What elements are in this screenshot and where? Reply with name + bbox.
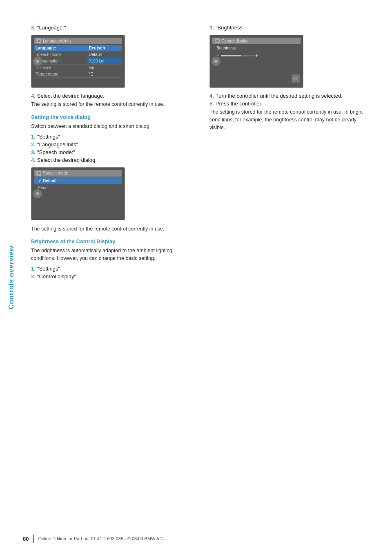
table-cell: Default bbox=[87, 51, 122, 58]
menu-item-label-default: Default bbox=[43, 179, 57, 183]
brightness-step2-num: 2. bbox=[31, 273, 36, 280]
speech-settings-icon: ⚙ bbox=[36, 171, 41, 176]
speech-mode-screenshot: ⚙ Speech mode ✓ Default Short bbox=[31, 167, 125, 220]
section-brightness-heading: Brightness of the Control Display bbox=[31, 238, 193, 244]
section-brightness-body: The brightness is automatically adapted … bbox=[31, 247, 193, 262]
voice-step2: 2. "Language/Units" bbox=[31, 141, 193, 148]
ui-titlebar-speech: ⚙ Speech mode bbox=[34, 170, 122, 177]
sidebar-label-text: Controls overview bbox=[7, 246, 16, 309]
voice-step2-text: "Language/Units" bbox=[37, 141, 78, 148]
main-content: 3. "Language:" ⚙ Language/Units Language… bbox=[23, 0, 392, 555]
brightness-step2: 2. "Control display" bbox=[31, 273, 193, 280]
brightness-step1: 1. "Settings" bbox=[31, 266, 193, 272]
table-row: Language: Deutsch bbox=[34, 45, 122, 51]
ui-title-control: Control display bbox=[221, 39, 248, 43]
table-cell: l/100 km bbox=[87, 58, 122, 65]
step3-num: 3. bbox=[31, 25, 36, 31]
table-cell: Distance: bbox=[34, 65, 87, 71]
ui-titlebar-language: ⚙ Language/Units bbox=[34, 38, 122, 44]
control-right-icon: OK bbox=[292, 74, 300, 83]
page-container: Controls overview 3. "Language:" ⚙ Langu… bbox=[0, 0, 392, 555]
right-step5-num: 5. bbox=[209, 101, 214, 107]
voice-step1: 1. "Settings" bbox=[31, 134, 193, 140]
brightness-step2-text: "Control display" bbox=[37, 273, 76, 280]
step4-text: Select the desired language. bbox=[37, 93, 105, 99]
brightness-step1-text: "Settings" bbox=[37, 266, 60, 272]
brightness-label: Brightness bbox=[216, 46, 236, 50]
right-step5-text: Press the controller. bbox=[216, 101, 263, 107]
brightness-step1-num: 1. bbox=[31, 266, 36, 272]
table-cell: Deutsch bbox=[87, 45, 122, 51]
section-voice-body: Switch between a standard dialog and a s… bbox=[31, 123, 193, 130]
brightness-bar: − + bbox=[216, 53, 258, 58]
right-body-text: The setting is stored for the remote con… bbox=[209, 108, 372, 131]
right-step3-text: "Brightness" bbox=[216, 25, 245, 31]
bar-fill bbox=[221, 55, 241, 56]
voice-step2-num: 2. bbox=[31, 141, 36, 148]
col-left: 3. "Language:" ⚙ Language/Units Language… bbox=[31, 25, 193, 281]
table-row: Temperature: °C bbox=[34, 71, 122, 78]
menu-item-short: Short bbox=[34, 184, 122, 191]
bar-track bbox=[221, 55, 254, 56]
right-step3-num: 3. bbox=[209, 25, 214, 31]
step3-text: "Language:" bbox=[37, 25, 66, 31]
right-step5: 5. Press the controller. bbox=[209, 101, 372, 107]
step4-line: 4. Select the desired language. bbox=[31, 93, 193, 99]
menu-item-default: ✓ Default bbox=[34, 177, 122, 184]
sidebar-label: Controls overview bbox=[0, 0, 23, 555]
ui-left-nav-language bbox=[33, 57, 42, 66]
ui-left-nav-speech bbox=[33, 189, 42, 198]
voice-step4-text: Select the desired dialog. bbox=[37, 157, 97, 163]
voice-step1-text: "Settings" bbox=[37, 134, 60, 140]
voice-step3-num: 3. bbox=[31, 149, 36, 155]
table-cell: Temperature: bbox=[34, 71, 87, 78]
language-table: Language: Deutsch Speech mode: Default C… bbox=[34, 45, 122, 78]
table-cell: km bbox=[87, 65, 122, 71]
table-row: Consumption: l/100 km bbox=[34, 58, 122, 65]
right-step4-num: 4. bbox=[209, 93, 214, 99]
brightness-control: Brightness − + bbox=[212, 44, 301, 60]
check-icon: ✓ bbox=[38, 179, 41, 183]
footer-text: Online Edition for Part no. 01 41 2 603 … bbox=[38, 536, 163, 541]
ui-titlebar-control: ⚙ Control display bbox=[212, 38, 301, 44]
voice-step4: 4. Select the desired dialog. bbox=[31, 157, 193, 163]
two-col-layout: 3. "Language:" ⚙ Language/Units Language… bbox=[31, 25, 372, 281]
voice-step3-text: "Speech mode:" bbox=[37, 149, 75, 155]
voice-step4-num: 4. bbox=[31, 157, 36, 163]
brightness-plus: + bbox=[255, 53, 258, 58]
ui-left-nav-control bbox=[212, 57, 220, 66]
right-step4: 4. Turn the controller until the desired… bbox=[209, 93, 372, 99]
step3-language: 3. "Language:" bbox=[31, 25, 193, 31]
ui-title-language: Language/Units bbox=[43, 39, 71, 43]
voice-step3: 3. "Speech mode:" bbox=[31, 149, 193, 155]
body-text-2: The setting is stored for the remote con… bbox=[31, 225, 193, 233]
table-cell: Speech mode: bbox=[34, 51, 87, 58]
speech-menu: ✓ Default Short bbox=[34, 177, 122, 191]
table-cell: Language: bbox=[34, 45, 87, 51]
table-row: Speech mode: Default bbox=[34, 51, 122, 58]
section-voice-heading: Setting the voice dialog bbox=[31, 114, 193, 120]
table-cell: °C bbox=[87, 71, 122, 78]
settings-icon: ⚙ bbox=[36, 38, 41, 43]
language-units-screenshot: ⚙ Language/Units Language: Deutsch Speec… bbox=[31, 35, 125, 88]
control-display-screenshot: ⚙ Control display Brightness − + bbox=[209, 35, 303, 88]
control-settings-icon: ⚙ bbox=[215, 38, 220, 43]
col-right: 3. "Brightness" ⚙ Control display Bright… bbox=[209, 25, 372, 281]
footer-divider bbox=[33, 535, 34, 543]
right-step3: 3. "Brightness" bbox=[209, 25, 372, 31]
page-footer: 80 Online Edition for Part no. 01 41 2 6… bbox=[23, 535, 392, 543]
ui-title-speech: Speech mode bbox=[43, 171, 68, 175]
table-row: Distance: km bbox=[34, 65, 122, 71]
body-text-1: The setting is stored for the remote con… bbox=[31, 101, 193, 108]
right-step4-text: Turn the controller until the desired se… bbox=[216, 93, 343, 99]
page-number: 80 bbox=[23, 536, 29, 542]
voice-step1-num: 1. bbox=[31, 134, 36, 140]
step4-num: 4. bbox=[31, 93, 36, 99]
